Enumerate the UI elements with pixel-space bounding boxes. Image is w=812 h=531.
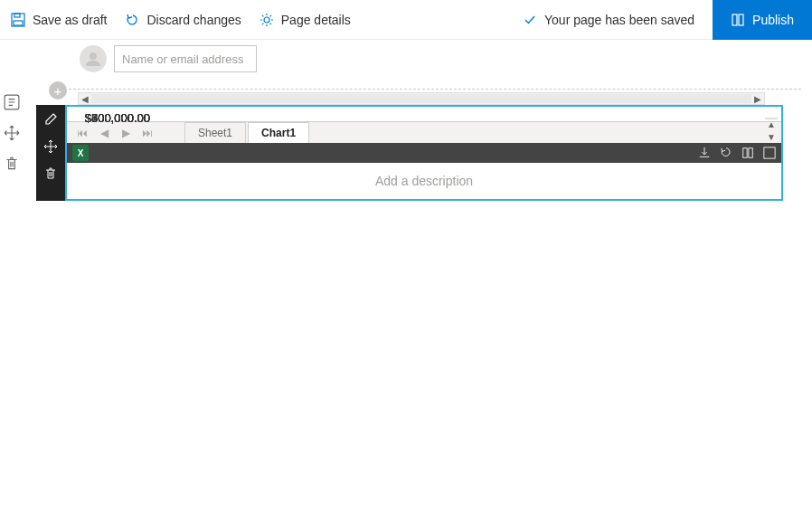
horizontal-scrollbar[interactable]: ◀ ▶ (78, 92, 765, 105)
page-details-label: Page details (281, 13, 351, 27)
name-or-email-input[interactable] (114, 45, 257, 72)
gear-icon (260, 13, 274, 27)
discard-icon (126, 13, 140, 27)
publish-label: Publish (752, 13, 794, 27)
svg-rect-5 (739, 14, 743, 25)
discard-changes-button[interactable]: Discard changes (126, 13, 241, 27)
scroll-right-icon[interactable]: ▶ (751, 94, 764, 104)
saved-status: Your page has been saved (523, 13, 694, 27)
chart-viewport: $800,000.00 $700,000.00 $600,000.00 $500… (67, 107, 781, 121)
excel-embed-bar: X (67, 143, 781, 163)
people-field-row (27, 40, 812, 78)
svg-point-3 (264, 17, 269, 23)
scroll-down-icon[interactable]: ▼ (767, 131, 776, 144)
canvas-side-rail (4, 94, 20, 172)
checkmark-icon (523, 13, 537, 27)
svg-rect-2 (14, 21, 23, 25)
page-toolbar: Save as draft Discard changes Page detai… (0, 0, 812, 40)
save-as-draft-button[interactable]: Save as draft (11, 13, 108, 27)
save-icon (11, 13, 25, 27)
discard-changes-label: Discard changes (147, 13, 241, 27)
scroll-up-icon[interactable]: ▲ (767, 119, 776, 131)
delete-webpart-icon[interactable] (43, 166, 58, 181)
tab-nav-first-icon[interactable]: ⏮ (72, 127, 92, 139)
move-section-icon[interactable] (4, 125, 20, 141)
delete-section-icon[interactable] (4, 156, 20, 172)
excel-webpart-frame: $800,000.00 $700,000.00 $600,000.00 $500… (65, 105, 783, 201)
saved-status-label: Your page has been saved (544, 13, 694, 27)
sheet-tab-chart1[interactable]: Chart1 (248, 122, 309, 143)
webpart-toolbar (36, 105, 65, 201)
vertical-scrollbar[interactable]: ▲ ▼ (765, 118, 778, 119)
tab-nav-next-icon[interactable]: ▶ (116, 127, 136, 139)
download-icon[interactable] (698, 147, 711, 159)
y-tick-label: $300,000.00 (85, 111, 150, 125)
publish-button[interactable]: Publish (713, 0, 812, 40)
tab-nav-prev-icon[interactable]: ◀ (94, 127, 114, 139)
save-as-draft-label: Save as draft (33, 13, 108, 27)
edit-webpart-icon[interactable] (43, 112, 58, 127)
description-input[interactable]: Add a description (67, 163, 781, 199)
svg-rect-4 (732, 14, 737, 25)
excel-logo-icon: X (72, 145, 89, 161)
svg-rect-1 (14, 14, 20, 17)
move-webpart-icon[interactable] (43, 139, 58, 154)
edit-section-icon[interactable] (4, 94, 20, 110)
scroll-left-icon[interactable]: ◀ (79, 94, 91, 104)
add-webpart-button[interactable]: + (49, 81, 67, 100)
refresh-icon[interactable] (720, 147, 732, 159)
svg-point-7 (90, 52, 97, 60)
fullscreen-icon[interactable] (763, 147, 776, 159)
sheet-tab-sheet1[interactable]: Sheet1 (184, 122, 246, 143)
publish-icon (731, 13, 745, 27)
info-icon[interactable] (741, 147, 754, 159)
avatar-placeholder-icon (80, 45, 107, 72)
svg-rect-9 (749, 148, 752, 158)
page-details-button[interactable]: Page details (260, 13, 351, 27)
svg-rect-8 (743, 148, 747, 158)
tab-nav-last-icon[interactable]: ⏭ (137, 127, 157, 139)
sheet-tab-bar: ⏮ ◀ ▶ ⏭ Sheet1 Chart1 (67, 121, 781, 143)
svg-rect-10 (764, 147, 775, 158)
